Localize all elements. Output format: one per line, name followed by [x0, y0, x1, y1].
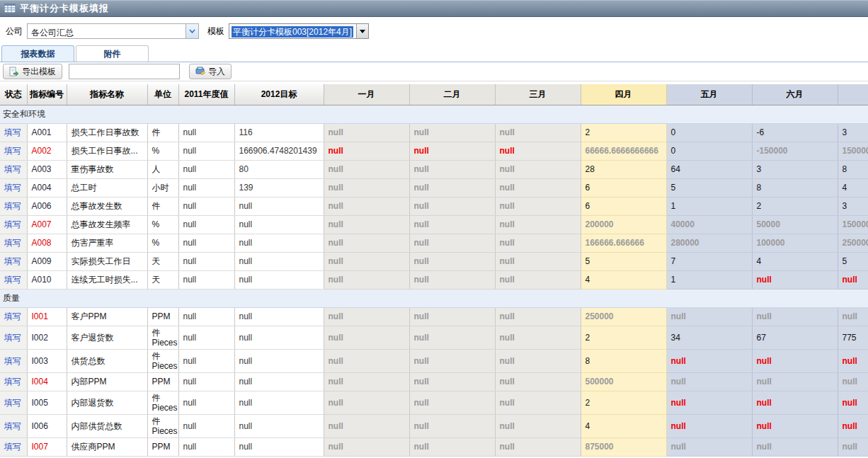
import-file-input[interactable] [69, 64, 180, 79]
cell-month-4: 4 [581, 270, 666, 289]
column-header-month-5[interactable]: 五月 [666, 84, 752, 105]
fill-link[interactable]: 填写 [4, 311, 21, 321]
cell-month-3: null [495, 270, 581, 289]
fill-link[interactable]: 填写 [4, 183, 21, 193]
cell-2011-value: null [178, 123, 234, 142]
column-header-month-4[interactable]: 四月 [581, 84, 666, 105]
cell-2012-target: null [234, 252, 324, 270]
cell-month-3: null [495, 123, 581, 142]
export-template-button[interactable]: 导出模板 [3, 64, 62, 79]
cell-month-2: null [409, 252, 495, 270]
cell-month-2: null [409, 414, 495, 437]
import-button[interactable]: 导入 [189, 64, 232, 79]
column-header-code[interactable]: 指标编号 [27, 84, 67, 105]
cell-month-1: null [324, 326, 409, 349]
column-header-month-2[interactable]: 二月 [409, 84, 495, 105]
tab-attachments[interactable]: 附件 [76, 45, 149, 62]
cell-2012-target: null [234, 349, 324, 372]
fill-link[interactable]: 填写 [4, 275, 21, 285]
cell-month-6: null [752, 391, 838, 414]
fill-link[interactable]: 填写 [4, 219, 21, 229]
cell-indicator-name: 供应商PPM [67, 437, 147, 456]
tab-strip: 报表数据附件 [0, 45, 868, 62]
cell-indicator-code: A007 [27, 215, 67, 234]
fill-link[interactable]: 填写 [4, 146, 21, 156]
cell-indicator-name: 总工时 [67, 178, 147, 197]
cell-unit: 件 Pieces [147, 391, 178, 414]
cell-unit: 件 Pieces [147, 414, 178, 437]
cell-month-1: null [324, 215, 409, 234]
column-header-status[interactable]: 状态 [0, 84, 27, 105]
cell-indicator-code: A009 [27, 252, 67, 270]
cell-month-5: 34 [666, 326, 752, 349]
column-header-month-6[interactable]: 六月 [752, 84, 838, 105]
company-combobox[interactable]: 各公司汇总 [27, 23, 199, 39]
fill-link[interactable]: 填写 [4, 127, 21, 137]
table-row: 填写A009实际损失工作日天nullnullnullnullnull5745 [0, 252, 868, 270]
column-header-month-7[interactable] [838, 84, 868, 105]
fill-link[interactable]: 填写 [4, 238, 21, 248]
fill-link[interactable]: 填写 [4, 442, 21, 452]
group-name: 安全和环境 [0, 105, 868, 123]
cell-month-3: null [495, 391, 581, 414]
cell-month-6: null [752, 307, 838, 326]
cell-month-2: null [409, 349, 495, 372]
cell-indicator-name: 损失工作日事故... [67, 142, 147, 160]
cell-indicator-code: A006 [27, 197, 67, 215]
cell-month-4: 6 [581, 197, 666, 215]
column-header-name[interactable]: 指标名称 [67, 84, 147, 105]
cell-2012-target: null [234, 270, 324, 289]
grid-body: 安全和环境填写A001损失工作日事故数件null116nullnullnull2… [0, 105, 868, 456]
fill-link[interactable]: 填写 [4, 164, 21, 174]
cell-month-6: 67 [752, 326, 838, 349]
cell-indicator-name: 客户退货数 [67, 326, 147, 349]
column-header-y2011[interactable]: 2011年度值 [178, 84, 234, 105]
table-row: 填写A010连续无工时损失...天nullnullnullnullnull41n… [0, 270, 868, 289]
fill-link[interactable]: 填写 [4, 377, 21, 387]
fill-link[interactable]: 填写 [4, 398, 21, 408]
cell-month-7: 5 [838, 252, 868, 270]
cell-2012-target: null [234, 437, 324, 456]
cell-month-4: 166666.666666 [581, 234, 666, 252]
cell-month-2: null [409, 437, 495, 456]
column-header-month-1[interactable]: 一月 [324, 84, 409, 105]
fill-link[interactable]: 填写 [4, 201, 21, 211]
cell-month-1: null [324, 437, 409, 456]
cell-month-6: null [752, 270, 838, 289]
table-row: 填写A004总工时小时null139nullnullnull6584 [0, 178, 868, 197]
cell-2012-target: null [234, 391, 324, 414]
cell-month-5: 280000 [666, 234, 752, 252]
cell-month-1: null [324, 160, 409, 178]
cell-unit: PPM [147, 307, 178, 326]
column-header-unit[interactable]: 单位 [147, 84, 178, 105]
company-combobox-trigger[interactable] [185, 24, 198, 38]
column-header-month-3[interactable]: 三月 [495, 84, 581, 105]
cell-2011-value: null [178, 372, 234, 391]
cell-month-5: null [666, 372, 752, 391]
cell-month-3: null [495, 437, 581, 456]
cell-status: 填写 [0, 307, 27, 326]
spreadsheet-icon [4, 4, 16, 13]
fill-link[interactable]: 填写 [4, 333, 21, 343]
cell-month-3: null [495, 307, 581, 326]
cell-indicator-name: 总事故发生频率 [67, 215, 147, 234]
cell-2012-target: null [234, 414, 324, 437]
cell-month-2: null [409, 197, 495, 215]
cell-month-4: 250000 [581, 307, 666, 326]
cell-indicator-code: A010 [27, 270, 67, 289]
fill-link[interactable]: 填写 [4, 356, 21, 366]
cell-month-4: 28 [581, 160, 666, 178]
tab-report-data[interactable]: 报表数据 [1, 45, 74, 62]
cell-month-7: null [838, 391, 868, 414]
template-combobox[interactable]: 平衡计分卡模板003[2012年4月] [229, 23, 369, 39]
cell-month-7: null [838, 372, 868, 391]
cell-month-4: 5 [581, 252, 666, 270]
fill-link[interactable]: 填写 [4, 256, 21, 266]
cell-month-4: 8 [581, 349, 666, 372]
template-combobox-trigger[interactable] [356, 24, 368, 38]
cell-month-7: 4 [838, 178, 868, 197]
fill-link[interactable]: 填写 [4, 421, 21, 431]
cell-month-6: 100000 [752, 234, 838, 252]
column-header-target[interactable]: 2012目标 [234, 84, 324, 105]
template-combobox-value: 平衡计分卡模板003[2012年4月] [229, 24, 356, 38]
